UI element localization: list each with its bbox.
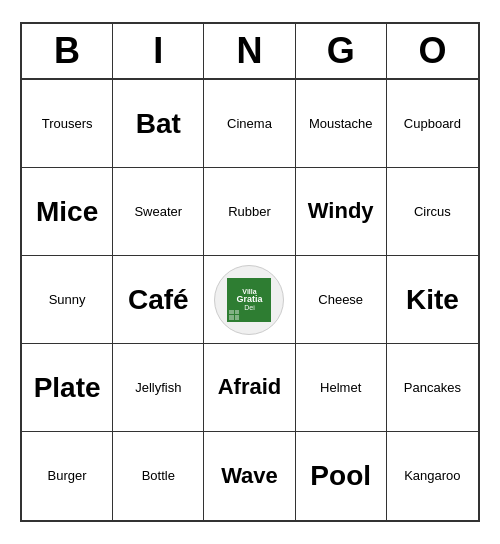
cell-label: Cinema [227, 116, 272, 132]
bingo-cell: Mice [22, 168, 113, 256]
bingo-cell: Circus [387, 168, 478, 256]
bingo-cell: Trousers [22, 80, 113, 168]
cell-label: Pool [310, 459, 371, 493]
bingo-cell: Sweater [113, 168, 204, 256]
bingo-cell: Jellyfish [113, 344, 204, 432]
cell-label: Moustache [309, 116, 373, 132]
cell-label: Bottle [142, 468, 175, 484]
bingo-cell: Rubber [204, 168, 295, 256]
cell-label: Bat [136, 107, 181, 141]
bingo-cell: Cinema [204, 80, 295, 168]
cell-label: Cupboard [404, 116, 461, 132]
bingo-grid: TrousersBatCinemaMoustacheCupboardMiceSw… [22, 80, 478, 520]
header-letter: O [387, 24, 478, 78]
cell-label: Rubber [228, 204, 271, 220]
cell-label: Kangaroo [404, 468, 460, 484]
bingo-cell: Burger [22, 432, 113, 520]
bingo-cell: Bottle [113, 432, 204, 520]
bingo-cell: Moustache [296, 80, 387, 168]
cell-label: Mice [36, 195, 98, 229]
cell-label: Helmet [320, 380, 361, 396]
cell-label: Kite [406, 283, 459, 317]
cell-label: Trousers [42, 116, 93, 132]
header-letter: G [296, 24, 387, 78]
cell-label: Wave [221, 463, 278, 489]
bingo-cell: Pancakes [387, 344, 478, 432]
bingo-cell: Cupboard [387, 80, 478, 168]
bingo-cell: Windy [296, 168, 387, 256]
bingo-cell: Sunny [22, 256, 113, 344]
bingo-cell: Café [113, 256, 204, 344]
header-letter: B [22, 24, 113, 78]
bingo-cell: Villa Gratia Dei [204, 256, 295, 344]
header-letter: I [113, 24, 204, 78]
bingo-cell: Helmet [296, 344, 387, 432]
cell-label: Windy [308, 198, 374, 224]
cell-label: Circus [414, 204, 451, 220]
bingo-card: BINGO TrousersBatCinemaMoustacheCupboard… [20, 22, 480, 522]
cell-label: Café [128, 283, 189, 317]
cell-label: Burger [48, 468, 87, 484]
bingo-cell: Bat [113, 80, 204, 168]
cell-label: Afraid [218, 374, 282, 400]
bingo-cell: Pool [296, 432, 387, 520]
cell-label: Pancakes [404, 380, 461, 396]
bingo-cell: Plate [22, 344, 113, 432]
cell-label: Sunny [49, 292, 86, 308]
bingo-cell: Cheese [296, 256, 387, 344]
cell-label: Sweater [134, 204, 182, 220]
bingo-cell: Afraid [204, 344, 295, 432]
bingo-cell: Kangaroo [387, 432, 478, 520]
bingo-cell: Kite [387, 256, 478, 344]
bingo-cell: Wave [204, 432, 295, 520]
bingo-header: BINGO [22, 24, 478, 80]
cell-label: Cheese [318, 292, 363, 308]
cell-label: Plate [34, 371, 101, 405]
cell-label: Jellyfish [135, 380, 181, 396]
header-letter: N [204, 24, 295, 78]
